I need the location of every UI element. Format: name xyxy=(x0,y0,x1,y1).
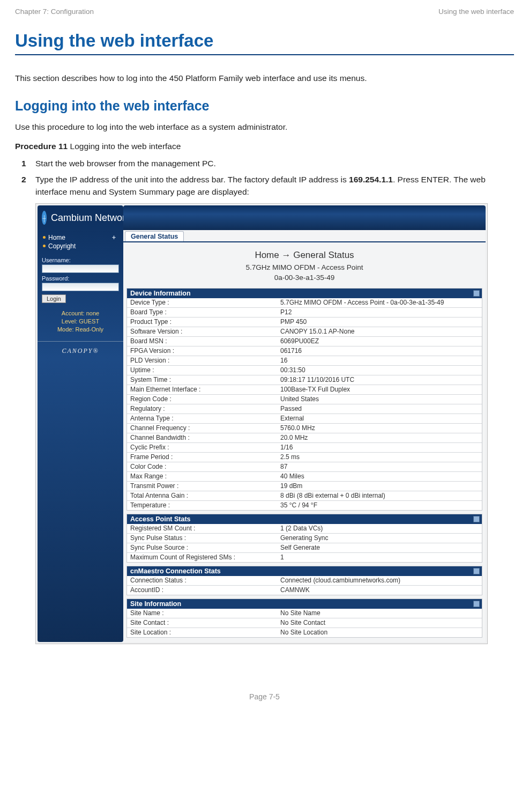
cambium-logo-icon: ⟊ xyxy=(42,211,47,225)
row-value: PMP 450 xyxy=(277,317,482,327)
row-value: United States xyxy=(277,394,482,404)
sidebar-item-copyright[interactable]: Copyright xyxy=(43,242,120,250)
row-key: FPGA Version : xyxy=(127,346,277,356)
row-key: Temperature : xyxy=(127,500,277,510)
row-value: P12 xyxy=(277,307,482,317)
table-row: PLD Version :16 xyxy=(127,356,482,365)
nav-list: Home + Copyright xyxy=(38,230,123,253)
step-1: 1 Start the web browser from the managem… xyxy=(35,158,514,169)
section-header-label: cnMaestro Connection Stats xyxy=(130,567,221,575)
expand-icon[interactable]: + xyxy=(112,234,116,241)
sidebar-item-label: Copyright xyxy=(48,242,76,250)
table-row: Max Range :40 Miles xyxy=(127,471,482,481)
table-row: FPGA Version :061716 xyxy=(127,346,482,356)
row-key: PLD Version : xyxy=(127,356,277,365)
page-title: Using the web interface xyxy=(15,31,514,51)
procedure-steps: 1 Start the web browser from the managem… xyxy=(15,158,514,198)
table-row: Product Type :PMP 450 xyxy=(127,317,482,327)
row-value: Connected (cloud.cambiumnetworks.com) xyxy=(277,576,482,586)
tab-general-status[interactable]: General Status xyxy=(125,231,184,241)
table-row: Channel Bandwidth :20.0 MHz xyxy=(127,433,482,442)
embedded-screenshot: ⟊ Cambium Networks Home + Copyright User… xyxy=(35,203,488,644)
row-value: Passed xyxy=(277,404,482,414)
row-value: 5.7GHz MIMO OFDM - Access Point - 0a-00-… xyxy=(277,298,482,308)
table-row: Main Ethernet Interface :100Base-TX Full… xyxy=(127,385,482,394)
login-button[interactable]: Login xyxy=(42,294,66,303)
step-text-part: Type the IP address of the unit into the… xyxy=(35,175,349,184)
main-panel: General Status Home → General Status 5.7… xyxy=(123,205,486,641)
account-line: Level: GUEST xyxy=(42,318,119,326)
username-label: Username: xyxy=(42,257,119,263)
row-key: Site Contact : xyxy=(127,618,277,628)
row-value: 35 °C / 94 °F xyxy=(277,500,482,510)
running-header-right: Using the web interface xyxy=(438,8,514,16)
procedure-number: Procedure 11 xyxy=(15,142,68,151)
row-value: 6069PU00EZ xyxy=(277,336,482,346)
table-row: Antenna Type :External xyxy=(127,414,482,423)
table-row: Site Name :No Site Name xyxy=(127,609,482,618)
table-row: AccountID :CAMNWK xyxy=(127,585,482,595)
step-number: 1 xyxy=(21,158,26,169)
row-value: No Site Name xyxy=(277,609,482,618)
row-value: CANOPY 15.0.1 AP-None xyxy=(277,327,482,336)
sidebar: ⟊ Cambium Networks Home + Copyright User… xyxy=(38,205,123,641)
table-row: Frame Period :2.5 ms xyxy=(127,452,482,462)
table-row: Maximum Count of Registered SMs :1 xyxy=(127,552,482,562)
step-number: 2 xyxy=(21,174,26,186)
collapse-icon[interactable] xyxy=(473,516,480,522)
table-row: Regulatory :Passed xyxy=(127,404,482,414)
row-value: 87 xyxy=(277,462,482,471)
row-value: 09:18:17 11/10/2016 UTC xyxy=(277,375,482,385)
collapse-icon[interactable] xyxy=(473,568,480,574)
table-row: Color Code :87 xyxy=(127,462,482,471)
section-header-label: Device Information xyxy=(130,290,191,297)
row-key: Software Version : xyxy=(127,327,277,336)
title-rule xyxy=(15,54,514,55)
row-key: Board MSN : xyxy=(127,336,277,346)
row-key: Regulatory : xyxy=(127,404,277,414)
username-input[interactable] xyxy=(42,264,119,273)
procedure-lead: Use this procedure to log into the web i… xyxy=(15,122,514,132)
row-key: Max Range : xyxy=(127,471,277,481)
table-row: Region Code :United States xyxy=(127,394,482,404)
row-key: Total Antenna Gain : xyxy=(127,491,277,500)
collapse-icon[interactable] xyxy=(473,601,480,607)
table-row: Software Version :CANOPY 15.0.1 AP-None xyxy=(127,327,482,336)
table-row: Device Type :5.7GHz MIMO OFDM - Access P… xyxy=(127,298,482,308)
row-value: 5760.0 MHz xyxy=(277,423,482,433)
sidebar-item-home[interactable]: Home + xyxy=(43,233,120,242)
row-key: Main Ethernet Interface : xyxy=(127,385,277,394)
site-info-table: Site Name :No Site Name Site Contact :No… xyxy=(127,609,482,637)
table-row: Channel Frequency :5760.0 MHz xyxy=(127,423,482,433)
collapse-icon[interactable] xyxy=(473,290,480,297)
row-key: AccountID : xyxy=(127,585,277,595)
row-value: 100Base-TX Full Duplex xyxy=(277,385,482,394)
row-key: Sync Pulse Source : xyxy=(127,543,277,552)
table-row: Sync Pulse Status :Generating Sync xyxy=(127,533,482,543)
section-site-information: Site Information Site Name :No Site Name… xyxy=(126,599,482,638)
ap-stats-table: Registered SM Count :1 (2 Data VCs) Sync… xyxy=(127,524,482,562)
account-status: Account: none Level: GUEST Mode: Read-On… xyxy=(42,309,119,334)
device-summary: 5.7GHz MIMO OFDM - Access Point 0a-00-3e… xyxy=(123,263,486,282)
table-row: Temperature :35 °C / 94 °F xyxy=(127,500,482,510)
password-label: Password: xyxy=(42,275,119,282)
section-header: Site Information xyxy=(127,599,482,609)
section-device-information: Device Information Device Type :5.7GHz M… xyxy=(126,288,482,511)
intro-paragraph: This section describes how to log into t… xyxy=(15,73,514,83)
section-header-label: Site Information xyxy=(130,600,181,608)
row-key: Connection Status : xyxy=(127,576,277,586)
row-key: Device Type : xyxy=(127,298,277,308)
table-row: Transmit Power :19 dBm xyxy=(127,481,482,491)
table-row: Total Antenna Gain :8 dBi (8 dBi externa… xyxy=(127,491,482,500)
table-row: Connection Status :Connected (cloud.camb… xyxy=(127,576,482,586)
device-summary-line: 0a-00-3e-a1-35-49 xyxy=(123,273,486,283)
device-summary-line: 5.7GHz MIMO OFDM - Access Point xyxy=(123,263,486,272)
table-row: Board Type :P12 xyxy=(127,307,482,317)
table-row: System Time :09:18:17 11/10/2016 UTC xyxy=(127,375,482,385)
table-row: Site Location :No Site Location xyxy=(127,628,482,637)
password-input[interactable] xyxy=(42,283,119,291)
row-key: Antenna Type : xyxy=(127,414,277,423)
account-line: Mode: Read-Only xyxy=(42,326,119,334)
row-key: Frame Period : xyxy=(127,452,277,462)
row-key: Color Code : xyxy=(127,462,277,471)
